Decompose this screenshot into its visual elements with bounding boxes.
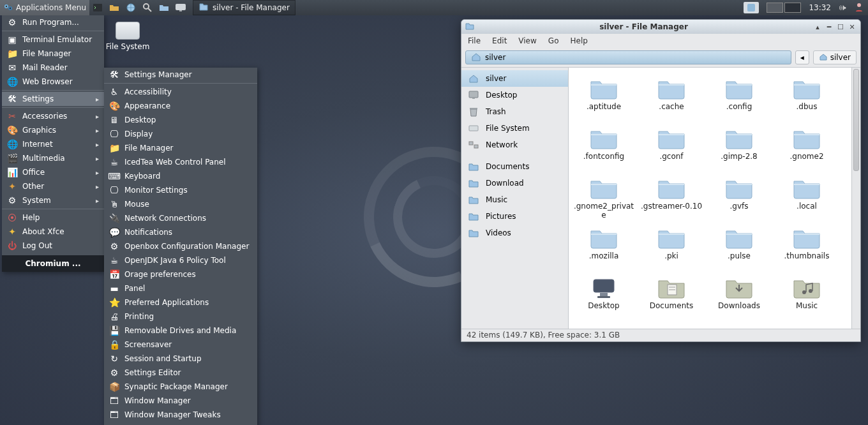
sidebar-item-download[interactable]: Download — [461, 175, 568, 191]
menubar-help[interactable]: Help — [570, 36, 587, 45]
menubar-go[interactable]: Go — [548, 36, 559, 45]
file-item[interactable]: .gimp-2.8 — [705, 124, 773, 174]
panel-web-launcher[interactable] — [123, 0, 139, 15]
menu-run-program[interactable]: ⚙Run Program... — [2, 15, 104, 29]
menu-system[interactable]: ⚙System▸ — [2, 193, 104, 207]
file-item[interactable]: .pki — [638, 223, 705, 273]
submenu-item[interactable]: ▬Panel — [104, 281, 257, 295]
menu-web[interactable]: 🌐Web Browser — [2, 75, 104, 89]
menubar-view[interactable]: View — [518, 36, 536, 45]
submenu-item[interactable]: 🖱Mouse — [104, 197, 257, 211]
menu-other[interactable]: ✦Other▸ — [2, 179, 104, 193]
submenu-item[interactable]: ⚙Settings Editor — [104, 366, 257, 380]
menu-office[interactable]: 📊Office▸ — [2, 165, 104, 179]
sidebar-item-network[interactable]: Network — [461, 137, 568, 153]
location-bar-button[interactable]: silver — [465, 50, 791, 64]
submenu-item[interactable]: 📦Synaptic Package Manager — [104, 380, 257, 394]
file-item[interactable]: .thumbnails — [773, 223, 841, 273]
sidebar-item-home[interactable]: silver — [461, 70, 568, 87]
file-item[interactable]: Music — [773, 273, 841, 323]
scrollbar[interactable] — [851, 68, 860, 329]
submenu-item[interactable]: 🖵Monitor Settings — [104, 183, 257, 197]
scrollbar-thumb[interactable] — [853, 69, 859, 171]
file-pane[interactable]: .aptitude.cache.config.dbus.fontconfig.g… — [569, 68, 851, 329]
panel-search-launcher[interactable] — [139, 0, 156, 15]
nav-back-button[interactable]: ◂ — [795, 50, 809, 64]
window-roll-up-button[interactable]: ▴ — [813, 22, 822, 31]
file-item[interactable]: .gvfs — [705, 174, 773, 223]
desktop-icon-file-system[interactable]: File System — [102, 22, 153, 51]
menu-terminal[interactable]: ▣Terminal Emulator — [2, 33, 104, 47]
file-item[interactable]: .gnome2 — [773, 124, 841, 174]
file-item[interactable]: .gconf — [638, 124, 705, 174]
menu-logout[interactable]: ⏻Log Out — [2, 239, 104, 253]
menu-about[interactable]: ✦About Xfce — [2, 225, 104, 239]
submenu-item[interactable]: ♿Accessibility — [104, 85, 257, 99]
window-maximize-button[interactable]: ☐ — [836, 22, 845, 31]
sidebar-item-filesystem[interactable]: File System — [461, 120, 568, 137]
menubar-edit[interactable]: Edit — [492, 36, 507, 45]
submenu-item[interactable]: 🖨Printing — [104, 309, 257, 324]
file-item[interactable]: .mozilla — [570, 223, 638, 273]
applications-menu-button[interactable]: Applications Menu — [0, 0, 89, 15]
tray-user[interactable] — [850, 0, 868, 15]
file-item[interactable]: Documents — [638, 273, 705, 323]
submenu-item[interactable]: ☕IcedTea Web Control Panel — [104, 155, 257, 169]
sidebar-item-trash[interactable]: Trash — [461, 103, 568, 120]
panel-terminal-launcher[interactable] — [89, 0, 106, 15]
menu-graphics[interactable]: 🎨Graphics▸ — [2, 123, 104, 137]
panel-clock[interactable]: 13:32 — [805, 0, 835, 15]
submenu-item[interactable]: 🔌Network Connections — [104, 211, 257, 225]
tray-item-workspace[interactable] — [763, 0, 805, 15]
breadcrumb-item[interactable]: silver — [813, 50, 857, 64]
file-item[interactable]: .fontconfig — [570, 124, 638, 174]
tray-item[interactable] — [740, 0, 763, 15]
window-minimize-button[interactable]: ━ — [825, 22, 834, 31]
file-item[interactable]: .cache — [638, 74, 705, 124]
submenu-item[interactable]: 🗔Window Manager Tweaks — [104, 408, 257, 422]
submenu-item[interactable]: 🖥Desktop — [104, 113, 257, 127]
menu-settings[interactable]: 🛠Settings▸ — [2, 92, 104, 106]
submenu-item[interactable]: 💬Notifications — [104, 225, 257, 239]
submenu-item[interactable]: 🖵Display — [104, 127, 257, 141]
submenu-item[interactable]: 🎨Appearance — [104, 99, 257, 113]
submenu-item[interactable]: 📁File Manager — [104, 141, 257, 155]
file-item[interactable]: .aptitude — [570, 74, 638, 124]
sidebar-item-music[interactable]: Music — [461, 191, 568, 208]
taskbar-item-file-manager[interactable]: silver - File Manager — [193, 0, 296, 15]
file-item[interactable]: .gstreamer-0.10 — [638, 174, 705, 223]
menu-multimedia[interactable]: 🎬Multimedia▸ — [2, 151, 104, 165]
menu-accessories[interactable]: ✂Accessories▸ — [2, 109, 104, 123]
menu-help[interactable]: ⦿Help — [2, 211, 104, 225]
menu-chromium[interactable]: Chromium ... — [2, 255, 104, 272]
submenu-item[interactable]: ⚙Openbox Configuration Manager — [104, 239, 257, 253]
menu-mail[interactable]: ✉Mail Reader — [2, 61, 104, 75]
window-close-button[interactable]: ✕ — [848, 22, 857, 31]
file-item[interactable]: .dbus — [773, 74, 841, 124]
file-item[interactable]: .gnome2_private — [570, 174, 638, 223]
submenu-item[interactable]: ↻Session and Startup — [104, 352, 257, 366]
submenu-item[interactable]: ⌨Keyboard — [104, 169, 257, 183]
file-item[interactable]: .pulse — [705, 223, 773, 273]
sidebar-item-videos[interactable]: Videos — [461, 225, 568, 241]
window-titlebar[interactable]: silver - File Manager ▴ ━ ☐ ✕ — [461, 20, 860, 34]
submenu-item[interactable]: ▦Workspaces — [104, 422, 257, 425]
sidebar-item-documents[interactable]: Documents — [461, 158, 568, 175]
submenu-item[interactable]: ☕OpenJDK Java 6 Policy Tool — [104, 253, 257, 267]
submenu-item[interactable]: 🗔Window Manager — [104, 394, 257, 408]
submenu-header[interactable]: 🛠Settings Manager — [104, 68, 257, 82]
sidebar-item-pictures[interactable]: Pictures — [461, 208, 568, 225]
menubar-file[interactable]: File — [468, 36, 481, 45]
panel-show-desktop[interactable] — [172, 0, 189, 15]
submenu-item[interactable]: 📅Orage preferences — [104, 267, 257, 281]
panel-filemanager-launcher[interactable] — [106, 0, 123, 15]
menu-filemanager[interactable]: 📁File Manager — [2, 47, 104, 61]
submenu-item[interactable]: 💾Removable Drives and Media — [104, 324, 257, 338]
menu-internet[interactable]: 🌐Internet▸ — [2, 137, 104, 151]
file-item[interactable]: .config — [705, 74, 773, 124]
submenu-item[interactable]: 🔒Screensaver — [104, 338, 257, 352]
submenu-item[interactable]: ⭐Preferred Applications — [104, 295, 257, 309]
file-item[interactable]: Desktop — [570, 273, 638, 323]
file-item[interactable]: Downloads — [705, 273, 773, 323]
tray-volume[interactable]: 🕪 — [835, 0, 850, 15]
